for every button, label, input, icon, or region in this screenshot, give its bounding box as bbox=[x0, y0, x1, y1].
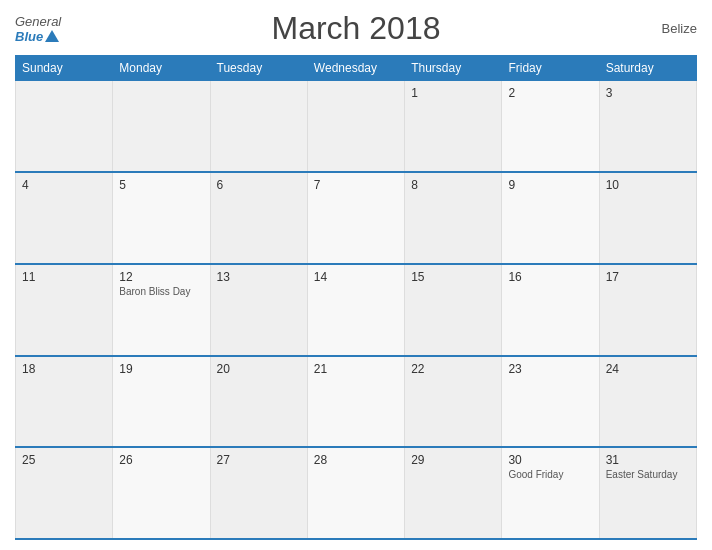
calendar-week-row: 18192021222324 bbox=[16, 356, 697, 448]
day-number: 4 bbox=[22, 178, 106, 192]
country-label: Belize bbox=[662, 21, 697, 36]
calendar-day-cell: 17 bbox=[599, 264, 696, 356]
day-number: 5 bbox=[119, 178, 203, 192]
calendar-day-cell: 18 bbox=[16, 356, 113, 448]
calendar-day-cell: 15 bbox=[405, 264, 502, 356]
calendar-week-row: 123 bbox=[16, 81, 697, 173]
calendar-day-cell: 13 bbox=[210, 264, 307, 356]
calendar-day-cell bbox=[113, 81, 210, 173]
day-number: 29 bbox=[411, 453, 495, 467]
day-number: 26 bbox=[119, 453, 203, 467]
weekday-header-monday: Monday bbox=[113, 56, 210, 81]
day-number: 7 bbox=[314, 178, 398, 192]
calendar-day-cell: 6 bbox=[210, 172, 307, 264]
weekday-header-friday: Friday bbox=[502, 56, 599, 81]
calendar-day-cell: 29 bbox=[405, 447, 502, 539]
day-number: 22 bbox=[411, 362, 495, 376]
logo: General Blue bbox=[15, 14, 61, 44]
calendar-day-cell: 24 bbox=[599, 356, 696, 448]
calendar-day-cell: 25 bbox=[16, 447, 113, 539]
calendar-day-cell: 22 bbox=[405, 356, 502, 448]
calendar-day-cell: 28 bbox=[307, 447, 404, 539]
calendar-day-cell: 31Easter Saturday bbox=[599, 447, 696, 539]
day-number: 10 bbox=[606, 178, 690, 192]
day-number: 11 bbox=[22, 270, 106, 284]
day-number: 18 bbox=[22, 362, 106, 376]
calendar-day-cell: 23 bbox=[502, 356, 599, 448]
calendar-header: General Blue March 2018 Belize bbox=[15, 10, 697, 47]
calendar-day-cell: 3 bbox=[599, 81, 696, 173]
calendar-week-row: 252627282930Good Friday31Easter Saturday bbox=[16, 447, 697, 539]
weekday-header-saturday: Saturday bbox=[599, 56, 696, 81]
event-label: Good Friday bbox=[508, 469, 592, 480]
day-number: 9 bbox=[508, 178, 592, 192]
day-number: 14 bbox=[314, 270, 398, 284]
weekday-header-sunday: Sunday bbox=[16, 56, 113, 81]
calendar-day-cell: 5 bbox=[113, 172, 210, 264]
calendar-day-cell: 9 bbox=[502, 172, 599, 264]
calendar-day-cell: 8 bbox=[405, 172, 502, 264]
day-number: 3 bbox=[606, 86, 690, 100]
weekday-header-thursday: Thursday bbox=[405, 56, 502, 81]
calendar-day-cell: 1 bbox=[405, 81, 502, 173]
day-number: 24 bbox=[606, 362, 690, 376]
day-number: 27 bbox=[217, 453, 301, 467]
calendar-week-row: 1112Baron Bliss Day1314151617 bbox=[16, 264, 697, 356]
day-number: 15 bbox=[411, 270, 495, 284]
month-title: March 2018 bbox=[272, 10, 441, 47]
calendar-table: SundayMondayTuesdayWednesdayThursdayFrid… bbox=[15, 55, 697, 540]
logo-triangle-icon bbox=[45, 30, 59, 42]
calendar-day-cell: 26 bbox=[113, 447, 210, 539]
day-number: 19 bbox=[119, 362, 203, 376]
calendar-day-cell: 4 bbox=[16, 172, 113, 264]
logo-general-text: General bbox=[15, 14, 61, 29]
weekday-header-row: SundayMondayTuesdayWednesdayThursdayFrid… bbox=[16, 56, 697, 81]
calendar-day-cell: 10 bbox=[599, 172, 696, 264]
day-number: 1 bbox=[411, 86, 495, 100]
calendar-day-cell: 19 bbox=[113, 356, 210, 448]
calendar-day-cell: 30Good Friday bbox=[502, 447, 599, 539]
day-number: 21 bbox=[314, 362, 398, 376]
day-number: 8 bbox=[411, 178, 495, 192]
calendar-day-cell: 21 bbox=[307, 356, 404, 448]
day-number: 20 bbox=[217, 362, 301, 376]
calendar-day-cell: 2 bbox=[502, 81, 599, 173]
day-number: 31 bbox=[606, 453, 690, 467]
calendar-day-cell: 7 bbox=[307, 172, 404, 264]
calendar-week-row: 45678910 bbox=[16, 172, 697, 264]
calendar-day-cell bbox=[210, 81, 307, 173]
calendar-day-cell: 11 bbox=[16, 264, 113, 356]
weekday-header-tuesday: Tuesday bbox=[210, 56, 307, 81]
day-number: 23 bbox=[508, 362, 592, 376]
day-number: 2 bbox=[508, 86, 592, 100]
day-number: 30 bbox=[508, 453, 592, 467]
day-number: 16 bbox=[508, 270, 592, 284]
day-number: 25 bbox=[22, 453, 106, 467]
day-number: 6 bbox=[217, 178, 301, 192]
calendar-day-cell bbox=[307, 81, 404, 173]
day-number: 17 bbox=[606, 270, 690, 284]
logo-blue-text: Blue bbox=[15, 29, 43, 44]
weekday-header-wednesday: Wednesday bbox=[307, 56, 404, 81]
day-number: 12 bbox=[119, 270, 203, 284]
calendar-day-cell: 27 bbox=[210, 447, 307, 539]
event-label: Easter Saturday bbox=[606, 469, 690, 480]
calendar-day-cell: 14 bbox=[307, 264, 404, 356]
calendar-day-cell: 16 bbox=[502, 264, 599, 356]
calendar-day-cell: 20 bbox=[210, 356, 307, 448]
calendar-day-cell: 12Baron Bliss Day bbox=[113, 264, 210, 356]
day-number: 28 bbox=[314, 453, 398, 467]
event-label: Baron Bliss Day bbox=[119, 286, 203, 297]
day-number: 13 bbox=[217, 270, 301, 284]
calendar-day-cell bbox=[16, 81, 113, 173]
